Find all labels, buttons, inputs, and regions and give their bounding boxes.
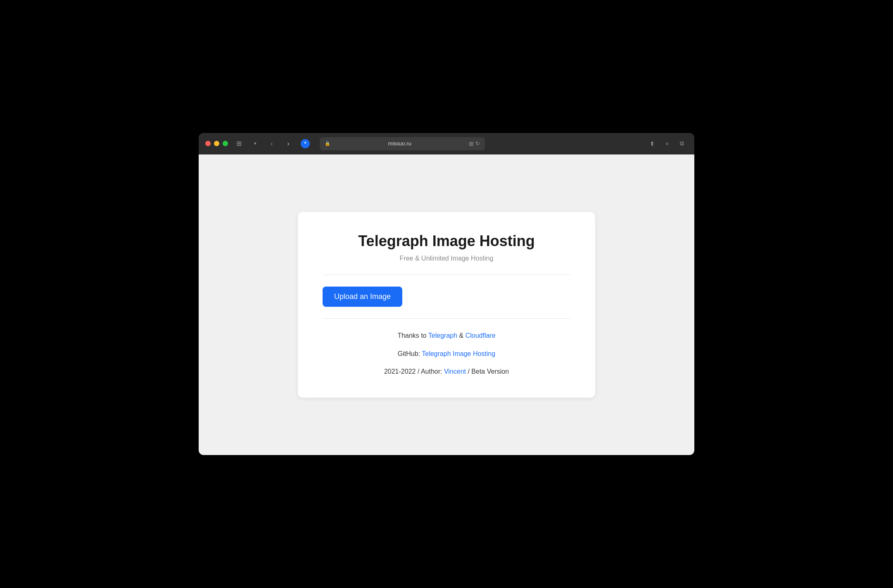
tab-favicon: * xyxy=(301,139,310,148)
copyright-line: 2021-2022 / Author: Vincent / Beta Versi… xyxy=(323,366,570,377)
translate-icon: ⊞ xyxy=(469,140,474,147)
main-card: Telegraph Image Hosting Free & Unlimited… xyxy=(298,212,595,398)
copyright-prefix: 2021-2022 / Author: xyxy=(384,368,444,375)
minimize-button[interactable] xyxy=(214,141,219,146)
page-title: Telegraph Image Hosting xyxy=(323,232,570,250)
cloudflare-link[interactable]: Cloudflare xyxy=(466,332,496,339)
sidebar-chevron-button[interactable]: ▾ xyxy=(249,138,261,149)
address-bar-controls: ⊞ ↻ xyxy=(469,140,480,147)
maximize-button[interactable] xyxy=(223,141,228,146)
telegraph-link[interactable]: Telegraph xyxy=(428,332,457,339)
chevron-down-icon: ▾ xyxy=(254,141,256,146)
forward-icon: › xyxy=(287,140,289,147)
back-button[interactable]: ‹ xyxy=(266,138,278,149)
share-button[interactable]: ⬆ xyxy=(646,138,658,149)
bottom-divider xyxy=(323,318,570,319)
page-subtitle: Free & Unlimited Image Hosting xyxy=(323,255,570,262)
tabs-overview-icon: ⧉ xyxy=(680,140,684,147)
address-bar[interactable]: 🔒 missuo.ru ⊞ ↻ xyxy=(320,137,485,150)
thanks-line: Thanks to Telegraph & Cloudflare xyxy=(323,330,570,341)
upload-section: Upload an Image xyxy=(323,287,570,307)
upload-button[interactable]: Upload an Image xyxy=(323,287,402,307)
tab-icon-label: * xyxy=(304,141,306,147)
title-bar: ⊞ ▾ ‹ › * 🔒 missuo.ru ⊞ ↻ ⬆ + xyxy=(199,133,694,154)
sidebar-toggle-button[interactable]: ⊞ xyxy=(233,138,245,149)
close-button[interactable] xyxy=(205,141,211,146)
new-tab-button[interactable]: + xyxy=(661,138,673,149)
github-line: GitHub: Telegraph Image Hosting xyxy=(323,349,570,359)
github-link[interactable]: Telegraph Image Hosting xyxy=(422,350,495,357)
thanks-separator: & xyxy=(457,332,466,339)
url-display: missuo.ru xyxy=(333,140,466,147)
forward-button[interactable]: › xyxy=(283,138,294,149)
page-content: Telegraph Image Hosting Free & Unlimited… xyxy=(199,154,694,455)
tabs-overview-button[interactable]: ⧉ xyxy=(676,138,688,149)
back-icon: ‹ xyxy=(271,140,273,147)
browser-window: ⊞ ▾ ‹ › * 🔒 missuo.ru ⊞ ↻ ⬆ + xyxy=(199,133,694,455)
footer-section: Thanks to Telegraph & Cloudflare GitHub:… xyxy=(323,330,570,377)
card-header: Telegraph Image Hosting Free & Unlimited… xyxy=(323,232,570,262)
copyright-suffix: / Beta Version xyxy=(466,368,509,375)
share-icon: ⬆ xyxy=(650,140,655,147)
sidebar-icon: ⊞ xyxy=(236,140,242,147)
traffic-lights xyxy=(205,141,228,146)
thanks-prefix: Thanks to xyxy=(397,332,428,339)
author-link[interactable]: Vincent xyxy=(444,368,466,375)
refresh-icon[interactable]: ↻ xyxy=(475,140,480,147)
top-divider xyxy=(323,275,570,275)
toolbar-right: ⬆ + ⧉ xyxy=(646,138,688,149)
new-tab-icon: + xyxy=(665,140,669,147)
lock-icon: 🔒 xyxy=(325,141,330,146)
github-prefix: GitHub: xyxy=(398,350,422,357)
